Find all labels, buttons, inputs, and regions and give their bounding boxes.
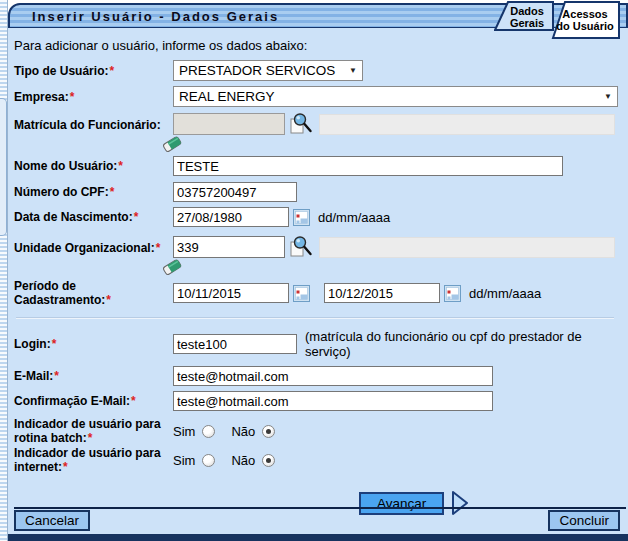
cpf-input[interactable]	[173, 182, 297, 202]
internet-label: Indicador de usuário para internet:*	[14, 446, 173, 474]
tab-dados-gerais[interactable]: Dados Gerais	[502, 5, 552, 29]
section-divider	[16, 317, 614, 319]
nome-input[interactable]	[173, 156, 563, 176]
tab-acessos-do-usuario[interactable]: Acessos do Usuário	[554, 8, 616, 32]
unidade-clear-eraser-icon[interactable]	[161, 257, 183, 277]
tab-acessos-line1: Acessos	[554, 8, 616, 20]
email-input[interactable]	[173, 366, 493, 386]
login-label: Login:*	[14, 337, 173, 351]
periodo-format-hint: dd/mm/aaaa	[469, 286, 541, 301]
unidade-description-field	[319, 237, 615, 258]
frame-splitter-handle[interactable]	[0, 98, 7, 236]
nascimento-format-hint: dd/mm/aaaa	[318, 210, 390, 225]
batch-label: Indicador de usuário para rotina batch:*	[14, 417, 173, 445]
email-confirm-input[interactable]	[173, 391, 493, 411]
matricula-label: Matrícula do Funcionário:	[14, 112, 173, 132]
email-confirm-label: Confirmação E-Mail:*	[14, 394, 173, 408]
login-input[interactable]	[173, 334, 297, 354]
user-form: Para adicionar o usuário, informe os dad…	[8, 30, 628, 516]
internet-sim-radio[interactable]	[202, 454, 215, 467]
tab-bar: Dados Gerais Acessos do Usuário	[494, 1, 620, 41]
tab-dados-gerais-line2: Gerais	[502, 17, 552, 29]
matricula-clear-eraser-icon[interactable]	[161, 134, 183, 154]
chevron-down-icon: ▼	[604, 92, 612, 101]
footer-divider	[14, 507, 626, 509]
chevron-down-icon: ▼	[349, 66, 357, 75]
cpf-label: Número do CPF:*	[14, 185, 173, 199]
arrow-right-icon[interactable]	[450, 490, 470, 516]
empresa-label: Empresa:*	[14, 90, 173, 104]
batch-nao-radio[interactable]	[262, 425, 275, 438]
page-title: Inserir Usuário - Dados Gerais	[10, 9, 279, 24]
email-label: E-Mail:*	[14, 369, 173, 383]
nome-label: Nome do Usuário:*	[14, 159, 173, 173]
internet-sim-label: Sim	[173, 453, 195, 468]
left-frame-rail	[0, 0, 8, 541]
login-hint: (matrícula do funcionário ou cpf do pres…	[305, 329, 622, 359]
internet-nao-radio[interactable]	[262, 454, 275, 467]
matricula-input	[173, 113, 285, 135]
matricula-search-icon[interactable]	[289, 112, 313, 136]
unidade-input[interactable]	[173, 236, 285, 258]
unidade-label: Unidade Organizacional:*	[14, 235, 173, 255]
empresa-select[interactable]: REAL ENERGY ▼	[173, 86, 618, 107]
periodo-inicio-calendar-icon[interactable]	[293, 285, 310, 302]
batch-nao-label: Não	[231, 424, 255, 439]
periodo-fim-calendar-icon[interactable]	[444, 285, 461, 302]
nascimento-input[interactable]	[173, 207, 289, 227]
avancar-button[interactable]: Avançar	[359, 492, 444, 515]
periodo-inicio-input[interactable]	[173, 283, 289, 303]
tipo-usuario-value: PRESTADOR SERVICOS	[179, 63, 335, 78]
empresa-value: REAL ENERGY	[179, 89, 275, 104]
tipo-usuario-select[interactable]: PRESTADOR SERVICOS ▼	[173, 60, 363, 81]
cancelar-button[interactable]: Cancelar	[14, 510, 90, 531]
nascimento-label: Data de Nascimento:*	[14, 210, 173, 224]
tab-acessos-line2: do Usuário	[554, 20, 616, 32]
nascimento-calendar-icon[interactable]	[293, 209, 310, 226]
periodo-label: Período de Cadastramento:*	[14, 279, 173, 307]
tab-dados-gerais-line1: Dados	[502, 5, 552, 17]
batch-sim-label: Sim	[173, 424, 195, 439]
periodo-fim-input[interactable]	[324, 283, 440, 303]
matricula-description-field	[319, 114, 615, 135]
internet-nao-label: Não	[231, 453, 255, 468]
bottom-border-bar	[8, 534, 628, 541]
unidade-search-icon[interactable]	[289, 235, 313, 259]
tipo-usuario-label: Tipo de Usuário:*	[14, 64, 173, 78]
app-window: Inserir Usuário - Dados Gerais Dados Ger…	[0, 0, 628, 541]
batch-sim-radio[interactable]	[202, 425, 215, 438]
concluir-button[interactable]: Concluir	[548, 510, 620, 531]
